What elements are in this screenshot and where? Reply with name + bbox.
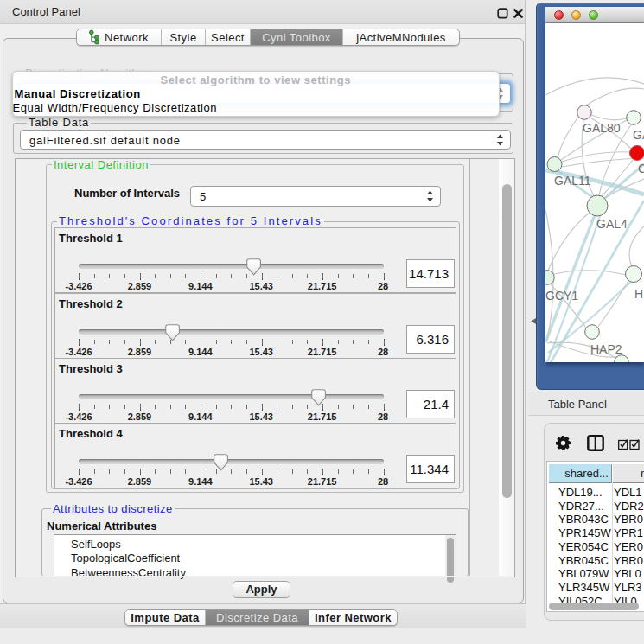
svg-text:GA: GA [633,128,644,142]
svg-text:GAL4: GAL4 [596,217,628,231]
svg-text:GAL11: GAL11 [554,174,591,188]
svg-text:GAL80: GAL80 [583,121,621,135]
svg-text:H: H [634,287,643,301]
svg-text:C: C [638,162,644,175]
svg-text:HAP2: HAP2 [590,342,622,356]
svg-text:GCY1: GCY1 [545,289,578,303]
